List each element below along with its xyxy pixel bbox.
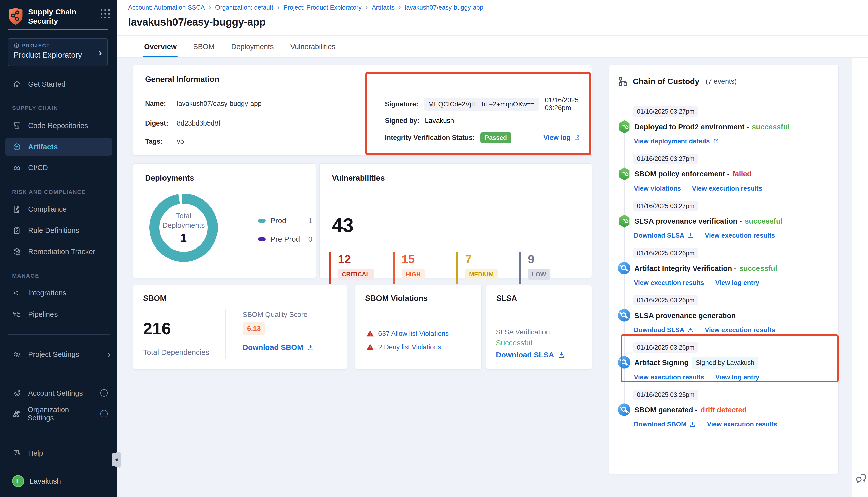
view-log-entry-link[interactable]: View log entry xyxy=(715,279,759,287)
info-circle-icon[interactable]: ⓘ xyxy=(100,388,108,398)
sidebar-item-organization-settings[interactable]: Organization Settings ⓘ xyxy=(5,406,112,422)
event-status: drift detected xyxy=(700,406,747,414)
download-sbom-link[interactable]: Download SBOM xyxy=(634,421,696,428)
event-status: successful xyxy=(752,123,790,131)
sidebar-item-code-repositories[interactable]: Code Repositories xyxy=(5,117,112,133)
user-menu[interactable]: L Lavakush xyxy=(5,473,112,489)
layers-gear-icon xyxy=(12,389,22,397)
tab-sbom[interactable]: SBOM xyxy=(193,36,214,58)
sidebar-item-artifacts[interactable]: Artifacts xyxy=(5,138,112,156)
status-badge: Passed xyxy=(480,132,512,143)
event-link-label: View execution results xyxy=(705,326,775,334)
download-slsa-link[interactable]: Download SLSA xyxy=(634,232,694,240)
deployments-donut-chart[interactable]: Total Deployments 1 xyxy=(142,186,225,269)
timeline-event-slsa-generation: 01/16/2025 03:26pm SLSA provenance gener… xyxy=(617,295,828,334)
download-icon xyxy=(558,351,565,359)
sidebar-item-rule-definitions[interactable]: Rule Definitions xyxy=(5,223,112,239)
legend-item-prod[interactable]: Prod 1 xyxy=(258,216,312,225)
avatar: L xyxy=(12,475,24,487)
event-timestamp: 01/16/2025 03:25pm xyxy=(633,389,698,400)
sidebar-item-integrations[interactable]: Integrations xyxy=(5,285,112,301)
view-execution-results-link[interactable]: View execution results xyxy=(705,326,775,334)
slsa-verification-status: Successful xyxy=(496,339,532,347)
severity-high[interactable]: 15 HIGH xyxy=(393,252,425,284)
event-status: successful xyxy=(745,217,783,225)
external-link-icon xyxy=(574,134,580,141)
view-execution-results-link[interactable]: View execution results xyxy=(692,184,762,192)
sidebar-item-remediation-tracker[interactable]: Remediation Tracker xyxy=(5,243,112,259)
view-log-link[interactable]: View log xyxy=(543,134,580,142)
timeline-event-sbom-generated: 01/16/2025 03:25pm SBOM generated - drif… xyxy=(617,389,828,428)
view-log-entry-link[interactable]: View log entry xyxy=(715,373,759,381)
breadcrumb-separator: › xyxy=(398,3,401,11)
warning-triangle-icon xyxy=(366,330,374,338)
sidebar-item-label: Help xyxy=(28,449,43,457)
vulnerabilities-card: Vulnerabilities 43 12 CRITICAL 15 HIGH 7… xyxy=(320,164,592,279)
download-slsa-link[interactable]: Download SLSA xyxy=(496,351,565,359)
project-selector[interactable]: PROJECT Product Exploratory › xyxy=(8,38,108,66)
event-timestamp: 01/16/2025 03:26pm xyxy=(633,342,698,353)
tab-overview[interactable]: Overview xyxy=(144,36,177,58)
signature-value[interactable]: MEQCICde2VjIT...bL+2+mqnOXw== xyxy=(424,98,539,111)
event-title: Artifact Signing xyxy=(634,359,689,367)
scan-circle-icon xyxy=(617,403,631,417)
breadcrumb-project[interactable]: Project: Product Exploratory xyxy=(283,4,361,11)
legend-item-pre-prod[interactable]: Pre Prod 0 xyxy=(258,235,312,243)
app-switcher-grid-icon[interactable] xyxy=(101,9,111,19)
deployment-hexagon-icon xyxy=(617,167,631,181)
event-timestamp: 01/16/2025 03:26pm xyxy=(633,248,698,258)
tab-vulnerabilities[interactable]: Vulnerabilities xyxy=(290,36,335,58)
signed-by-badge: Signed by Lavakush xyxy=(692,357,758,369)
download-slsa-link[interactable]: Download SLSA xyxy=(634,326,694,334)
app-logo-shield-icon xyxy=(8,7,24,25)
sidebar-item-pipelines[interactable]: Pipelines xyxy=(5,306,112,322)
view-deployment-details-link[interactable]: View deployment details xyxy=(634,137,719,145)
breadcrumb-artifacts[interactable]: Artifacts xyxy=(372,4,395,11)
view-execution-results-link[interactable]: View execution results xyxy=(707,421,777,428)
severity-critical[interactable]: 12 CRITICAL xyxy=(329,252,374,284)
sidebar-item-project-settings[interactable]: Project Settings › xyxy=(5,346,112,363)
sidebar-item-compliance[interactable]: Compliance xyxy=(5,201,112,217)
tab-deployments[interactable]: Deployments xyxy=(231,36,274,58)
sidebar-item-label: Project Settings xyxy=(28,351,79,359)
event-title: SLSA provenance generation xyxy=(634,312,736,320)
sidebar-item-help[interactable]: ? Help xyxy=(5,445,112,461)
event-timestamp: 01/16/2025 03:27pm xyxy=(633,106,698,117)
download-icon xyxy=(687,232,694,239)
sidebar-collapse-handle[interactable]: ◀ xyxy=(112,451,121,468)
breadcrumb-separator: › xyxy=(209,3,211,11)
violation-link-label: 637 Allow list Violations xyxy=(378,330,449,338)
sidebar-item-get-started[interactable]: Get Started xyxy=(5,76,112,92)
view-execution-results-link[interactable]: View execution results xyxy=(634,373,704,381)
svg-text:?: ? xyxy=(15,451,17,454)
sidebar-item-label: Pipelines xyxy=(28,310,58,318)
event-link-label: View execution results xyxy=(705,232,775,240)
info-circle-icon[interactable]: ⓘ xyxy=(100,409,108,419)
view-violations-link[interactable]: View violations xyxy=(634,184,681,192)
signed-by-value: Lavakush xyxy=(425,117,454,125)
sidebar-footer-divider xyxy=(0,434,117,435)
breadcrumb-organization[interactable]: Organization: default xyxy=(215,4,273,11)
card-title: General Information xyxy=(145,75,219,84)
artifact-tags: v5 xyxy=(177,138,184,145)
sidebar-item-cicd[interactable]: ∞ CI/CD xyxy=(5,160,112,176)
event-link-label: Download SBOM xyxy=(634,421,686,428)
severity-low[interactable]: 9 LOW xyxy=(519,252,550,284)
breadcrumb-account[interactable]: Account: Automation-SSCA xyxy=(128,4,205,11)
sidebar-item-account-settings[interactable]: Account Settings ⓘ xyxy=(5,385,112,401)
view-execution-results-link[interactable]: View execution results xyxy=(705,232,775,240)
sidebar-item-label: Artifacts xyxy=(28,143,58,151)
help-chat-icon: ? xyxy=(12,449,22,457)
deny-list-violations-link[interactable]: 2 Deny list Violations xyxy=(366,343,441,351)
view-execution-results-link[interactable]: View execution results xyxy=(634,279,704,287)
breadcrumb-current[interactable]: lavakush07/easy-buggy-app xyxy=(405,4,484,11)
breadcrumb: Account: Automation-SSCA › Organization:… xyxy=(128,3,484,11)
org-gear-icon xyxy=(12,410,21,418)
artifact-digest: 8d23bd3b5d8f xyxy=(177,119,220,127)
severity-medium[interactable]: 7 MEDIUM xyxy=(456,252,498,284)
download-sbom-link[interactable]: Download SBOM xyxy=(243,343,314,352)
page-title: lavakush07/easy-buggy-app xyxy=(128,16,266,28)
allow-list-violations-link[interactable]: 637 Allow list Violations xyxy=(366,330,449,338)
download-sbom-label: Download SBOM xyxy=(243,343,304,352)
support-chat-icon[interactable] xyxy=(854,471,868,484)
